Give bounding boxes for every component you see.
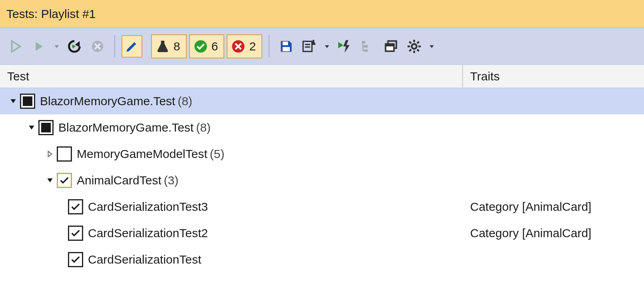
column-header-traits[interactable]: Traits [463,65,644,88]
checkbox-unchecked[interactable] [57,146,72,162]
tree-count: (8) [196,121,211,134]
fail-icon [231,40,245,53]
tree-row-namespace[interactable]: BlazorMemoryGame.Test (8) [0,114,644,141]
checkbox-checked[interactable] [57,173,72,188]
svg-point-25 [412,44,417,49]
svg-rect-20 [364,45,368,48]
svg-rect-21 [364,49,368,52]
tree-label: BlazorMemoryGame.Test [58,121,193,134]
chevron-down-icon [54,43,60,50]
settings-button[interactable] [404,35,425,58]
passed-tests-counter[interactable]: 6 [189,34,225,58]
checkbox-mixed[interactable] [38,120,54,135]
repeat-last-run-button[interactable] [64,35,85,58]
edit-playlist-button[interactable] [122,35,142,58]
check-icon [70,201,81,212]
svg-marker-35 [10,99,16,103]
tree-count: (5) [210,147,225,161]
chevron-collapsed-icon [46,150,54,158]
total-tests-counter[interactable]: 8 [151,34,187,58]
test-tree: BlazorMemoryGame.Test (8) BlazorMemoryGa… [0,88,644,273]
check-icon [70,228,81,239]
tree-label: CardSerializationTest3 [88,200,208,214]
play-bolt-icon [337,39,352,54]
svg-marker-34 [430,45,434,48]
chevron-down-icon [429,43,435,50]
test-counters: 8 6 2 [151,34,262,58]
run-button[interactable] [29,35,50,58]
pass-icon [194,40,207,53]
pencil-icon [125,39,139,54]
tree-label: BlazorMemoryGame.Test [40,94,175,108]
svg-line-32 [409,49,411,51]
rerun-icon [66,38,82,54]
failed-tests-counter[interactable]: 2 [227,34,262,58]
run-until-failure-button[interactable] [334,35,355,58]
run-all-in-view-button[interactable] [6,35,26,58]
playlist-dropdown[interactable] [322,35,332,58]
cancel-button[interactable] [87,35,108,58]
settings-dropdown[interactable] [427,35,437,58]
tree-label: CardSerializationTest2 [88,226,208,240]
svg-marker-38 [47,178,52,182]
svg-marker-4 [72,44,76,48]
checkbox-checked[interactable] [68,252,83,267]
run-dropdown[interactable] [52,35,62,58]
column-headers: Test Traits [0,65,644,88]
tree-label: AnimalCardTest [77,174,161,187]
check-icon [59,175,70,186]
show-windows-button[interactable] [381,35,401,58]
svg-marker-0 [12,41,20,52]
play-outline-icon [9,39,23,54]
windows-stack-icon [384,39,398,54]
trait-value: Category [AnimalCard] [463,226,644,240]
checkbox-checked[interactable] [68,199,83,214]
total-count: 8 [173,40,180,53]
tree-row-class[interactable]: MemoryGameModelTest (5) [0,141,644,167]
gear-icon [407,39,421,54]
svg-marker-2 [55,45,59,48]
passed-count: 6 [211,40,218,53]
tree-row-project[interactable]: BlazorMemoryGame.Test (8) [0,88,644,114]
chevron-expanded-icon [46,176,54,184]
checkbox-checked[interactable] [68,226,83,241]
save-button[interactable] [276,35,297,58]
tree-label: MemoryGameModelTest [77,147,207,161]
svg-marker-3 [75,41,80,47]
svg-rect-12 [283,42,288,45]
tree-row-test[interactable]: CardSerializationTest2 Category [AnimalC… [0,220,644,246]
tree-row-test[interactable]: CardSerializationTest [0,246,644,273]
svg-marker-17 [325,45,329,48]
column-header-test[interactable]: Test [0,65,463,88]
svg-rect-13 [283,47,290,51]
chevron-expanded-icon [28,124,36,132]
check-icon [70,254,81,265]
expander[interactable] [45,149,55,159]
play-icon [33,40,45,52]
checkbox-mixed[interactable] [20,94,35,109]
expander[interactable] [45,175,55,186]
group-by-button[interactable] [357,35,378,58]
chevron-expanded-icon [9,97,17,105]
svg-rect-24 [386,44,394,46]
svg-line-30 [409,42,411,44]
flask-icon [156,40,169,53]
svg-line-31 [417,49,419,51]
svg-marker-18 [338,42,343,48]
hierarchy-icon [361,39,375,54]
chevron-down-icon [324,43,330,50]
expander[interactable] [8,96,18,106]
tree-row-class[interactable]: AnimalCardTest (3) [0,167,644,194]
tree-row-test[interactable]: CardSerializationTest3 Category [AnimalC… [0,194,644,220]
playlist-icon [302,39,317,54]
playlist-button[interactable] [299,35,320,58]
tree-count: (3) [164,174,179,187]
toolbar-divider [269,35,269,58]
svg-rect-19 [362,41,365,43]
window-title: Tests: Playlist #1 [6,7,96,21]
toolbar-divider [114,35,115,58]
cancel-icon [91,40,104,53]
tree-label: CardSerializationTest [88,253,201,266]
toolbar: 8 6 2 [0,28,644,65]
expander[interactable] [26,122,37,133]
